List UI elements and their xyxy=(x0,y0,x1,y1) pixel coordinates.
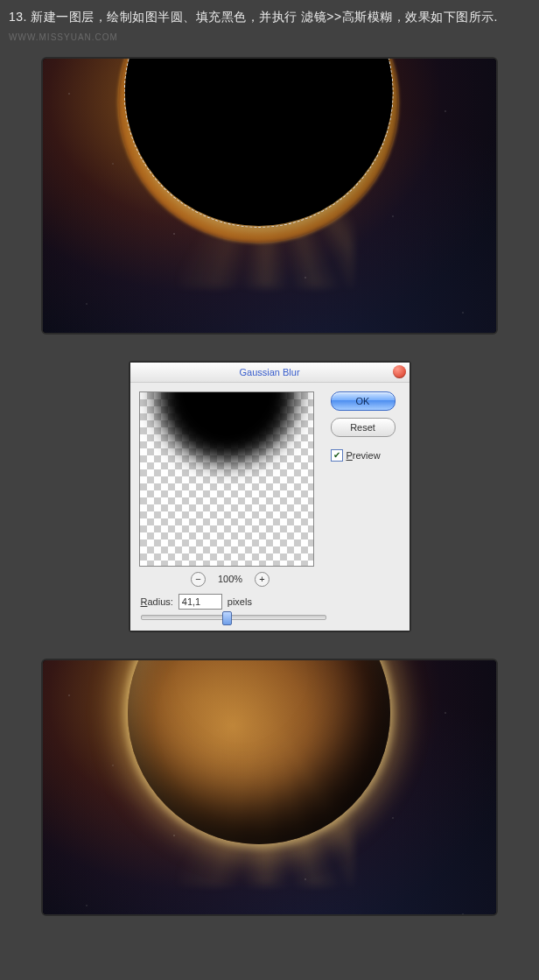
radius-unit: pixels xyxy=(228,596,252,607)
blur-preview-area[interactable] xyxy=(139,391,314,567)
gaussian-blur-dialog: Gaussian Blur − 100% + OK xyxy=(129,361,411,632)
ok-button-label: OK xyxy=(356,396,370,406)
illustration-before xyxy=(41,57,498,335)
radius-value: 41,1 xyxy=(182,596,200,607)
radius-slider[interactable] xyxy=(141,615,326,620)
preview-shape xyxy=(157,391,297,462)
close-icon[interactable] xyxy=(393,365,406,378)
step-number: 13. xyxy=(9,10,27,24)
zoom-out-button[interactable]: − xyxy=(191,572,206,587)
preview-checkbox-row[interactable]: ✔ Preview xyxy=(331,449,401,462)
ok-button[interactable]: OK xyxy=(331,391,396,411)
step-instruction: 13. 新建一图层，绘制如图半圆、填充黑色，并执行 滤镜>>高斯模糊，效果如下图… xyxy=(9,7,530,46)
zoom-in-button[interactable]: + xyxy=(255,572,270,587)
dialog-title-text: Gaussian Blur xyxy=(239,367,299,377)
preview-checkbox-label: Preview xyxy=(346,450,381,461)
step-body: 新建一图层，绘制如图半圆、填充黑色，并执行 滤镜>>高斯模糊，效果如下图所示. xyxy=(31,10,498,24)
radius-label: Radius: xyxy=(141,596,173,607)
reset-button-label: Reset xyxy=(350,422,375,433)
illustration-after xyxy=(41,659,498,916)
watermark-text: WWW.MISSYUAN.COM xyxy=(9,32,118,42)
dialog-titlebar: Gaussian Blur xyxy=(130,363,410,383)
zoom-level-text: 100% xyxy=(218,574,242,584)
radius-input[interactable]: 41,1 xyxy=(178,594,222,610)
preview-checkbox[interactable]: ✔ xyxy=(331,449,343,462)
reset-button[interactable]: Reset xyxy=(331,418,396,437)
radius-slider-thumb[interactable] xyxy=(222,611,232,625)
